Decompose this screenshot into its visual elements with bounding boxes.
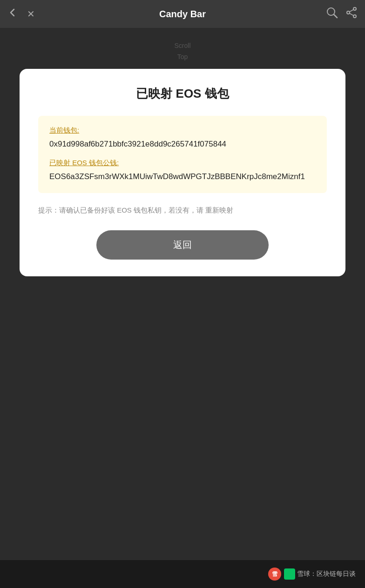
svg-point-3	[347, 11, 350, 14]
nav-right	[326, 7, 358, 21]
page-title: Candy Bar	[159, 9, 206, 20]
wechat-icon	[284, 568, 295, 580]
info-box: 当前钱包: 0x91d998af6b271bbfc3921e8dd9c26574…	[38, 116, 327, 193]
hint-text: 提示：请确认已备份好该 EOS 钱包私钥，若没有，请 重新映射	[38, 204, 327, 216]
eos-label: 已映射 EOS 钱包公钱:	[49, 159, 316, 167]
svg-line-1	[334, 14, 337, 18]
wallet-label: 当前钱包:	[49, 126, 316, 135]
bg-hint-1: Scroll	[174, 42, 190, 49]
footer-bar: 雪 雪球：区块链每日谈	[0, 560, 365, 588]
footer-text: 雪球：区块链每日谈	[297, 570, 356, 578]
wallet-value: 0x91d998af6b271bbfc3921e8dd9c265741f0758…	[49, 138, 316, 150]
xuqiu-logo: 雪	[268, 568, 281, 581]
nav-left: ✕	[7, 7, 35, 20]
back-icon[interactable]	[7, 7, 18, 20]
share-icon[interactable]	[345, 7, 358, 21]
svg-line-6	[350, 13, 354, 16]
eos-value: EOS6a3ZSFsm3rWXk1MUiwTwD8wdWPGTJzBBBENKr…	[49, 170, 316, 183]
background-area: Scroll Top 已映射 EOS 钱包 当前钱包: 0x91d998af6b…	[0, 28, 365, 560]
modal-card: 已映射 EOS 钱包 当前钱包: 0x91d998af6b271bbfc3921…	[20, 69, 345, 276]
nav-bar: ✕ Candy Bar	[0, 0, 365, 28]
svg-point-4	[353, 15, 356, 18]
svg-line-5	[350, 10, 354, 12]
svg-point-2	[353, 7, 356, 10]
modal-title: 已映射 EOS 钱包	[38, 86, 327, 102]
bg-hint-2: Top	[177, 53, 188, 60]
close-icon[interactable]: ✕	[27, 8, 35, 20]
search-icon[interactable]	[326, 7, 338, 21]
back-button[interactable]: 返回	[96, 230, 269, 260]
